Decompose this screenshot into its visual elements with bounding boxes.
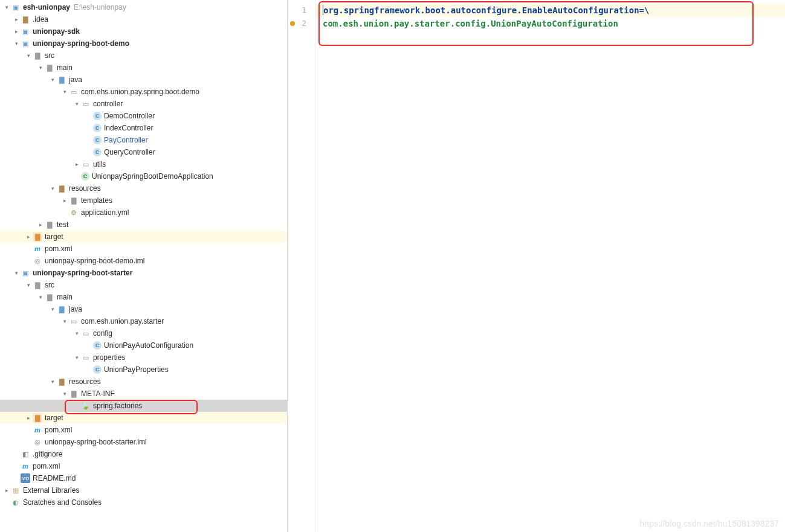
chevron-down-icon[interactable]: ▾	[60, 318, 69, 324]
tree-item-starter-main[interactable]: ▾ ▇ main	[0, 291, 287, 303]
chevron-down-icon[interactable]: ▾	[73, 354, 81, 361]
folder-icon: ▇	[33, 280, 42, 290]
tree-item-scratches[interactable]: ▸ ◐ Scratches and Consoles	[0, 496, 287, 508]
tree-item-demo-templates[interactable]: ▸ ▇ templates	[0, 194, 287, 207]
chevron-down-icon[interactable]: ▾	[24, 282, 33, 288]
class-icon: C	[93, 365, 102, 374]
tree-item-democontroller[interactable]: ▸ C DemoController	[0, 110, 287, 122]
tree-item-starter-iml[interactable]: ▸ unionpay-spring-boot-starter.iml	[0, 436, 287, 448]
tree-item-gitignore[interactable]: ▸ ◧ .gitignore	[0, 448, 287, 460]
chevron-down-icon[interactable]: ▾	[73, 101, 81, 107]
tree-item-starter-module[interactable]: ▾ ▣ unionpay-spring-boot-starter	[0, 267, 287, 279]
label: .gitignore	[33, 450, 62, 458]
tree-item-starter-config[interactable]: ▾ ▭ config	[0, 327, 287, 339]
folder-icon: ▇	[69, 196, 79, 205]
library-icon: ▥	[11, 486, 21, 495]
tree-item-root-pom[interactable]: ▸ m pom.xml	[0, 460, 287, 472]
tree-item-starter-java[interactable]: ▾ ▇ java	[0, 303, 287, 315]
label: utils	[93, 160, 106, 168]
scratch-icon: ◐	[11, 498, 21, 507]
chevron-right-icon[interactable]: ▸	[2, 487, 11, 493]
chevron-right-icon[interactable]: ▸	[12, 16, 21, 22]
tree-item-root[interactable]: ▾ ▣ esh-unionpay E:\esh-unionpay	[0, 1, 287, 13]
module-icon: ▣	[21, 27, 30, 36]
chevron-down-icon[interactable]: ▾	[36, 294, 45, 300]
chevron-down-icon[interactable]: ▾	[60, 89, 69, 95]
tree-item-starter-propsclass[interactable]: ▸ C UnionPayProperties	[0, 364, 287, 376]
chevron-down-icon[interactable]: ▾	[60, 391, 69, 397]
label: properties	[93, 353, 125, 362]
tree-item-demo-module[interactable]: ▾ ▣ unionpay-spring-boot-demo	[0, 37, 287, 50]
chevron-down-icon[interactable]: ▾	[12, 40, 21, 46]
tree-item-ext-lib[interactable]: ▸ ▥ External Libraries	[0, 484, 287, 496]
tree-item-paycontroller[interactable]: ▸ C PayController	[0, 134, 287, 146]
class-icon: C	[93, 148, 102, 156]
tree-item-demo-resources[interactable]: ▾ ▇ resources	[0, 182, 287, 194]
runnable-class-icon: C	[81, 172, 89, 181]
folder-icon: ▇	[45, 292, 54, 302]
label: IndexController	[104, 124, 153, 132]
label: UnionPayProperties	[104, 365, 169, 374]
chevron-down-icon[interactable]: ▾	[48, 185, 57, 191]
chevron-down-icon[interactable]: ▾	[48, 306, 57, 312]
chevron-down-icon[interactable]: ▾	[24, 53, 33, 59]
label: esh-unionpay	[23, 3, 70, 11]
label: External Libraries	[23, 486, 79, 495]
tree-item-querycontroller[interactable]: ▸ C QueryController	[0, 146, 287, 158]
package-icon: ▭	[69, 316, 79, 326]
project-tree[interactable]: ▾ ▣ esh-unionpay E:\esh-unionpay ▸ ▇ .id…	[0, 0, 288, 532]
tree-item-indexcontroller[interactable]: ▸ C IndexController	[0, 122, 287, 134]
tree-item-starter-pom[interactable]: ▸ m pom.xml	[0, 424, 287, 436]
chevron-down-icon[interactable]: ▾	[48, 77, 57, 83]
tree-item-demo-pom[interactable]: ▸ m pom.xml	[0, 243, 287, 255]
tree-item-spring-factories[interactable]: ▸ spring.factories	[0, 400, 287, 412]
tree-item-demo-controller[interactable]: ▾ ▭ controller	[0, 98, 287, 110]
chevron-down-icon[interactable]: ▾	[36, 65, 45, 71]
tree-item-demo-test[interactable]: ▸ ▇ test	[0, 219, 287, 231]
tree-item-starter-package[interactable]: ▾ ▭ com.esh.union.pay.starter	[0, 315, 287, 327]
tree-item-demo-src[interactable]: ▾ ▇ src	[0, 50, 287, 62]
chevron-down-icon[interactable]: ▾	[12, 270, 21, 276]
tree-item-starter-target[interactable]: ▸ ▇ target	[0, 412, 287, 424]
tree-item-demo-iml[interactable]: ▸ unionpay-spring-boot-demo.iml	[0, 255, 287, 267]
package-icon: ▭	[81, 99, 91, 109]
tree-item-starter-metainf[interactable]: ▾ ▇ META-INF	[0, 388, 287, 400]
chevron-right-icon[interactable]: ▸	[60, 197, 69, 204]
chevron-down-icon[interactable]: ▾	[73, 330, 81, 336]
chevron-right-icon[interactable]: ▸	[36, 222, 45, 228]
label: templates	[81, 196, 112, 205]
tree-item-sdk[interactable]: ▸ ▣ unionpay-sdk	[0, 25, 287, 37]
path-hint: E:\esh-unionpay	[74, 3, 126, 11]
tree-item-demo-main[interactable]: ▾ ▇ main	[0, 62, 287, 74]
code-editor[interactable]: 1 2 org.springframework.boot.autoconfigu…	[288, 0, 785, 532]
tree-item-demo-utils[interactable]: ▸ ▭ utils	[0, 158, 287, 170]
chevron-down-icon[interactable]: ▾	[2, 4, 11, 10]
markdown-icon: MD	[21, 473, 30, 483]
chevron-down-icon[interactable]: ▾	[48, 379, 57, 385]
tree-item-starter-src[interactable]: ▾ ▇ src	[0, 279, 287, 291]
tree-item-demo-target[interactable]: ▸ ▇ target	[0, 231, 287, 243]
maven-icon: m	[33, 244, 42, 254]
tree-item-starter-configclass[interactable]: ▸ C UnionPayAutoConfiguration	[0, 339, 287, 351]
tree-item-starter-resources[interactable]: ▾ ▇ resources	[0, 376, 287, 388]
module-icon: ▣	[21, 268, 30, 278]
chevron-right-icon[interactable]: ▸	[24, 415, 33, 421]
code-line-2[interactable]: com.esh.union.pay.starter.config.UnionPa…	[323, 17, 785, 30]
tree-item-demo-yml[interactable]: ▸ application.yml	[0, 207, 287, 219]
tree-item-readme[interactable]: ▸ MD README.md	[0, 472, 287, 484]
folder-icon: ▇	[45, 220, 54, 229]
label: unionpay-sdk	[33, 27, 80, 36]
label: pom.xml	[33, 462, 60, 470]
label: main	[57, 63, 73, 72]
tree-item-starter-props[interactable]: ▾ ▭ properties	[0, 351, 287, 364]
chevron-right-icon[interactable]: ▸	[24, 234, 33, 240]
code-line-1[interactable]: org.springframework.boot.autoconfigure.E…	[323, 4, 785, 17]
tree-item-demo-appclass[interactable]: ▸ C UnionpaySpringBootDemoApplication	[0, 170, 287, 182]
tree-item-demo-package[interactable]: ▾ ▭ com.ehs.union.pay.spring.boot.demo	[0, 86, 287, 98]
chevron-right-icon[interactable]: ▸	[73, 161, 81, 167]
tree-item-idea[interactable]: ▸ ▇ .idea	[0, 13, 287, 25]
editor-content[interactable]: org.springframework.boot.autoconfigure.E…	[315, 0, 785, 532]
tree-item-demo-java[interactable]: ▾ ▇ java	[0, 74, 287, 86]
maven-icon: m	[33, 425, 42, 435]
chevron-right-icon[interactable]: ▸	[12, 28, 21, 34]
